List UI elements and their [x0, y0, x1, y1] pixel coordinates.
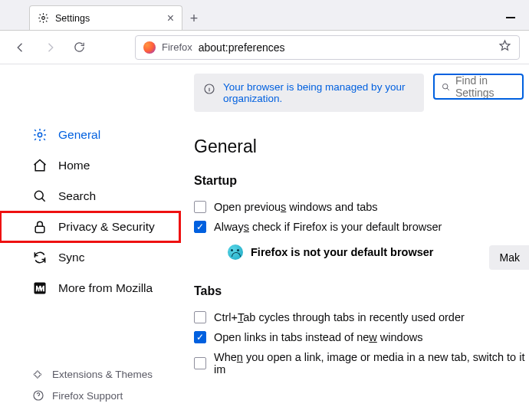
- sidebar-link-label: Extensions & Themes: [52, 369, 153, 380]
- search-placeholder: Find in Settings: [455, 74, 516, 99]
- managed-notice[interactable]: Your browser is being managed by your or…: [194, 74, 424, 112]
- default-browser-status: Firefox is not your default browser: [228, 244, 529, 260]
- pref-label: Ctrl+Tab cycles through tabs in recently…: [214, 311, 465, 323]
- sidebar-item-label: Sync: [58, 251, 84, 264]
- pref-open-previous[interactable]: Open previous windows and tabs: [194, 197, 529, 217]
- checkbox[interactable]: [194, 331, 206, 343]
- tab-title: Settings: [55, 13, 90, 24]
- pref-ctrl-tab-cycle[interactable]: Ctrl+Tab cycles through tabs in recently…: [194, 307, 529, 327]
- search-icon: [32, 189, 48, 204]
- info-icon: [203, 83, 215, 95]
- sync-icon: [32, 250, 48, 265]
- sidebar-item-home[interactable]: Home: [0, 150, 180, 181]
- pref-label: Open links in tabs instead of new window…: [214, 331, 422, 343]
- checkbox[interactable]: [194, 201, 206, 213]
- checkbox[interactable]: [194, 357, 206, 369]
- content-area: General Home Search Privacy & Security S…: [0, 64, 529, 420]
- svg-rect-3: [35, 226, 44, 232]
- pref-label: When you open a link, image or media in …: [214, 351, 529, 376]
- checkbox[interactable]: [194, 311, 206, 323]
- toolbar: Firefox about:preferences: [0, 31, 529, 64]
- identity-label: Firefox: [162, 41, 192, 53]
- new-tab-button[interactable]: +: [182, 7, 205, 30]
- help-icon: [32, 389, 44, 402]
- firefox-logo-icon: [143, 41, 156, 54]
- close-tab-icon[interactable]: ×: [167, 12, 174, 25]
- pref-open-links-tabs[interactable]: Open links in tabs instead of new window…: [194, 327, 529, 347]
- svg-point-0: [42, 17, 45, 20]
- sidebar-item-privacy-security[interactable]: Privacy & Security: [0, 212, 180, 242]
- section-heading-tabs: Tabs: [194, 284, 529, 298]
- minimize-icon[interactable]: [506, 17, 515, 18]
- forward-button[interactable]: [38, 36, 61, 59]
- sidebar-item-more-mozilla[interactable]: More from Mozilla: [0, 273, 180, 304]
- url-bar[interactable]: Firefox about:preferences: [135, 35, 520, 60]
- home-icon: [32, 158, 48, 173]
- sidebar-item-general[interactable]: General: [0, 120, 180, 150]
- sidebar-item-label: Search: [58, 189, 96, 203]
- back-button[interactable]: [9, 36, 32, 59]
- search-icon: [441, 82, 451, 92]
- page-heading: General: [194, 136, 529, 157]
- sidebar-item-sync[interactable]: Sync: [0, 242, 180, 273]
- sidebar-bottom-links: Extensions & Themes Firefox Support: [0, 363, 180, 406]
- sad-face-icon: [228, 244, 243, 260]
- reload-button[interactable]: [67, 36, 90, 59]
- sidebar: General Home Search Privacy & Security S…: [0, 64, 180, 420]
- puzzle-icon: [32, 368, 44, 380]
- gear-icon: [38, 12, 49, 24]
- sidebar-link-extensions[interactable]: Extensions & Themes: [0, 363, 180, 385]
- checkbox[interactable]: [194, 221, 206, 233]
- gear-icon: [32, 127, 48, 143]
- pref-always-check-default[interactable]: Always check if Firefox is your default …: [194, 217, 529, 237]
- pref-label: Always check if Firefox is your default …: [214, 221, 442, 233]
- sidebar-item-label: Privacy & Security: [58, 220, 155, 234]
- default-status-text: Firefox is not your default browser: [251, 246, 433, 258]
- sidebar-link-label: Firefox Support: [52, 390, 123, 402]
- tab-strip: Settings × +: [0, 0, 529, 31]
- sidebar-item-label: General: [58, 128, 100, 142]
- notice-text: Your browser is being managed by your or…: [223, 81, 415, 104]
- sidebar-item-label: Home: [58, 159, 90, 172]
- svg-point-1: [38, 133, 41, 136]
- lock-icon: [32, 219, 48, 235]
- svg-point-7: [442, 84, 448, 89]
- section-heading-startup: Startup: [194, 174, 529, 188]
- sidebar-link-support[interactable]: Firefox Support: [0, 385, 180, 406]
- sidebar-item-search[interactable]: Search: [0, 181, 180, 212]
- main-panel: Your browser is being managed by your or…: [180, 64, 529, 420]
- bookmark-star-icon[interactable]: [498, 39, 511, 55]
- pref-label: Open previous windows and tabs: [214, 201, 378, 213]
- url-text: about:preferences: [199, 41, 285, 54]
- sidebar-item-label: More from Mozilla: [58, 281, 153, 295]
- pref-switch-new-tab[interactable]: When you open a link, image or media in …: [194, 347, 529, 379]
- window-controls: [506, 5, 524, 30]
- make-default-button[interactable]: Mak: [489, 245, 529, 270]
- browser-tab[interactable]: Settings ×: [29, 5, 182, 30]
- mozilla-icon: [32, 281, 48, 296]
- settings-search-input[interactable]: Find in Settings: [433, 74, 524, 100]
